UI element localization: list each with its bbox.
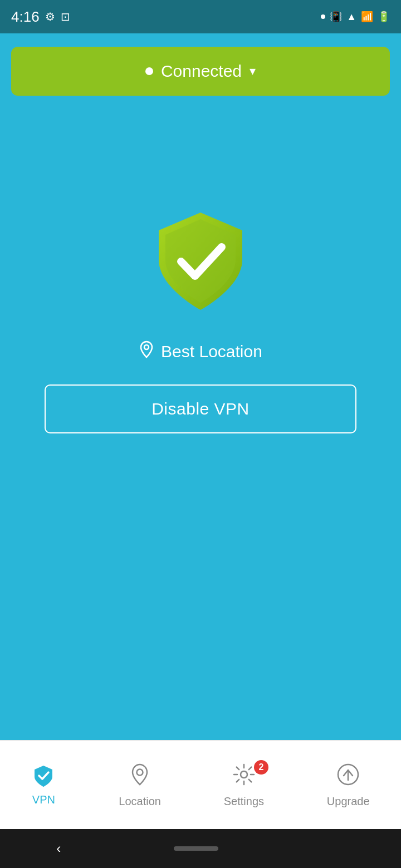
status-left: 4:16 ⚙ ⊡ bbox=[11, 8, 70, 26]
back-button[interactable]: ‹ bbox=[56, 841, 61, 856]
location-nav-icon bbox=[128, 762, 152, 792]
wifi-icon: ▲ bbox=[346, 11, 356, 23]
signal-icon: 📶 bbox=[361, 11, 373, 23]
settings-nav-icon bbox=[232, 762, 256, 792]
status-time: 4:16 bbox=[11, 8, 40, 26]
nav-label-settings: Settings bbox=[224, 795, 264, 808]
connected-text: Connected bbox=[161, 62, 242, 81]
nav-label-location: Location bbox=[119, 795, 161, 808]
shield-icon bbox=[150, 207, 251, 318]
location-pin-icon bbox=[139, 341, 154, 362]
connected-dot bbox=[145, 67, 153, 75]
android-nav-bar: ‹ bbox=[0, 829, 401, 868]
nav-item-upgrade[interactable]: Upgrade bbox=[327, 762, 370, 808]
connected-banner[interactable]: Connected ▾ bbox=[11, 47, 390, 96]
best-location: Best Location bbox=[139, 341, 262, 362]
disable-vpn-button[interactable]: Disable VPN bbox=[45, 384, 356, 433]
nav-item-vpn[interactable]: VPN bbox=[31, 763, 56, 806]
vpn-nav-icon bbox=[31, 763, 56, 790]
upgrade-nav-icon bbox=[336, 762, 360, 792]
settings-badge: 2 bbox=[254, 760, 268, 775]
best-location-text: Best Location bbox=[161, 342, 262, 361]
nav-item-location[interactable]: Location bbox=[119, 762, 161, 808]
connected-chevron-icon: ▾ bbox=[250, 64, 256, 78]
svg-point-1 bbox=[137, 769, 143, 775]
svg-point-0 bbox=[144, 345, 149, 349]
main-content: Connected ▾ bbox=[0, 33, 401, 801]
status-right: 📳 ▲ 📶 🔋 bbox=[321, 11, 390, 23]
bottom-nav: VPN Location 2 Settings bbox=[0, 740, 401, 829]
settings-status-icon: ⚙ bbox=[45, 10, 55, 23]
battery-icon: 🔋 bbox=[378, 11, 390, 23]
dot-indicator bbox=[321, 14, 325, 19]
nav-item-settings[interactable]: 2 Settings bbox=[224, 762, 264, 808]
vibrate-icon: 📳 bbox=[330, 11, 342, 23]
screen-status-icon: ⊡ bbox=[61, 10, 70, 23]
svg-point-2 bbox=[241, 771, 247, 778]
home-pill[interactable] bbox=[174, 846, 218, 851]
nav-label-vpn: VPN bbox=[32, 793, 55, 806]
status-bar: 4:16 ⚙ ⊡ 📳 ▲ 📶 🔋 bbox=[0, 0, 401, 33]
shield-container: Best Location Disable VPN bbox=[45, 207, 356, 433]
nav-label-upgrade: Upgrade bbox=[327, 795, 370, 808]
